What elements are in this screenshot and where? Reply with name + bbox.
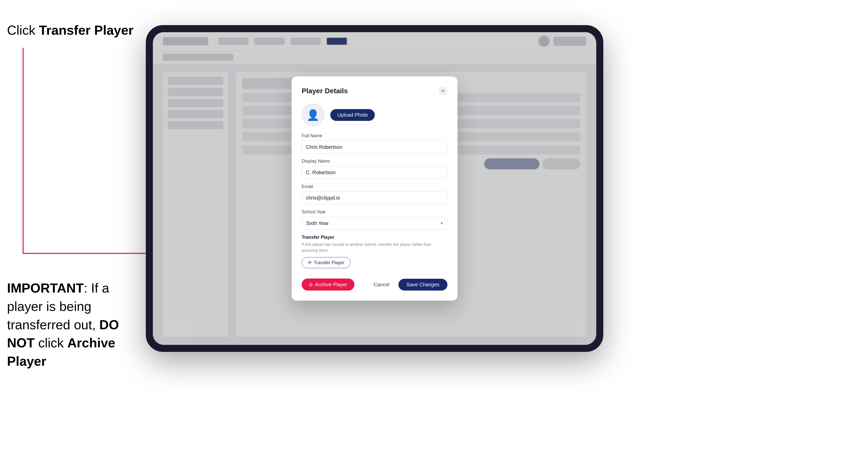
transfer-description: If this player has moved to another scho… bbox=[302, 242, 447, 254]
upload-photo-label: Upload Photo bbox=[337, 112, 368, 118]
avatar-section: 👤 Upload Photo bbox=[302, 103, 447, 126]
modal-overlay: Player Details × 👤 Upload Photo bbox=[153, 32, 596, 345]
transfer-player-button[interactable]: ⟳ Transfer Player bbox=[302, 257, 351, 268]
player-details-modal: Player Details × 👤 Upload Photo bbox=[291, 76, 458, 301]
full-name-label: Full Name bbox=[302, 133, 447, 138]
close-icon: × bbox=[441, 88, 445, 94]
email-input[interactable] bbox=[302, 191, 447, 204]
display-name-field: Display Name bbox=[302, 159, 447, 179]
school-year-select[interactable]: Sixth Year bbox=[302, 217, 447, 230]
save-changes-button[interactable]: Save Changes bbox=[398, 279, 447, 290]
avatar-circle: 👤 bbox=[302, 103, 324, 126]
avatar-icon: 👤 bbox=[306, 109, 319, 121]
transfer-btn-label: Transfer Player bbox=[314, 260, 344, 266]
archive-icon: ⊘ bbox=[309, 281, 313, 287]
instruction-top: Click Transfer Player bbox=[7, 23, 133, 38]
instruction-bottom: IMPORTANT: If a player is being transfer… bbox=[7, 279, 148, 371]
display-name-input[interactable] bbox=[302, 166, 447, 179]
transfer-label: Transfer Player bbox=[302, 235, 447, 240]
cancel-button[interactable]: Cancel bbox=[369, 279, 395, 290]
tablet-screen: Player Details × 👤 Upload Photo bbox=[153, 32, 596, 345]
email-label: Email bbox=[302, 184, 447, 189]
instruction-prefix: Click bbox=[7, 23, 39, 37]
select-wrapper: Sixth Year ▾ bbox=[302, 217, 447, 230]
archive-label: Archive Player bbox=[315, 282, 347, 287]
modal-footer: ⊘ Archive Player Cancel Save Changes bbox=[302, 274, 447, 290]
archive-player-button[interactable]: ⊘ Archive Player bbox=[302, 279, 354, 290]
modal-header: Player Details × bbox=[302, 87, 447, 95]
full-name-input[interactable] bbox=[302, 141, 447, 154]
modal-title: Player Details bbox=[302, 87, 348, 95]
upload-photo-button[interactable]: Upload Photo bbox=[330, 109, 375, 121]
save-label: Save Changes bbox=[406, 282, 439, 287]
school-year-label: School Year bbox=[302, 209, 447, 215]
arrow-vertical bbox=[23, 48, 24, 254]
full-name-field: Full Name bbox=[302, 133, 447, 154]
do-not-rest: click bbox=[35, 336, 67, 350]
modal-close-button[interactable]: × bbox=[438, 87, 447, 95]
transfer-icon: ⟳ bbox=[308, 260, 312, 266]
instruction-bold: Transfer Player bbox=[39, 23, 133, 37]
display-name-label: Display Name bbox=[302, 159, 447, 164]
school-year-field: School Year Sixth Year ▾ bbox=[302, 209, 447, 230]
footer-right: Cancel Save Changes bbox=[369, 279, 447, 290]
email-field-container: Email bbox=[302, 184, 447, 204]
cancel-label: Cancel bbox=[374, 282, 390, 287]
important-label: IMPORTANT bbox=[7, 281, 84, 295]
tablet-device: Player Details × 👤 Upload Photo bbox=[146, 25, 603, 352]
transfer-section: Transfer Player If this player has moved… bbox=[302, 235, 447, 268]
